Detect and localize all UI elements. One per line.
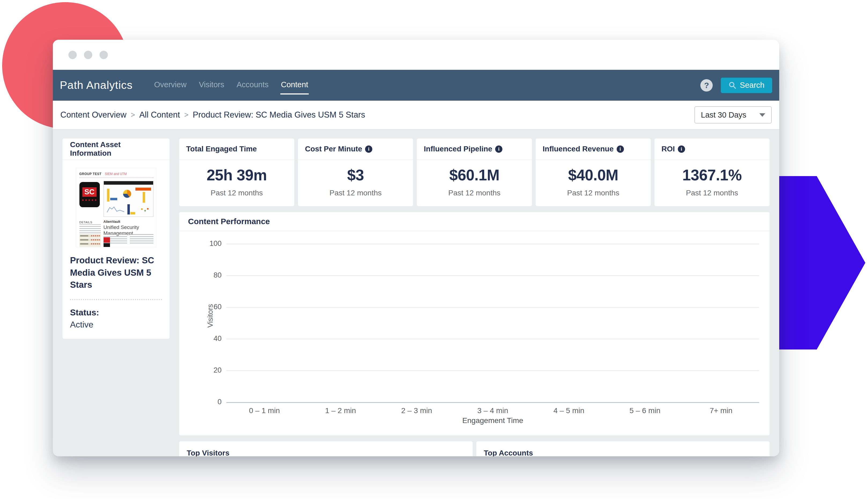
date-range-dropdown[interactable]: Last 30 Days: [694, 106, 772, 123]
search-button[interactable]: Search: [721, 77, 772, 93]
info-icon[interactable]: i: [678, 146, 685, 153]
sc-media-logo: SC ★★★★★: [79, 182, 100, 207]
kpi-label: Influenced Revenue: [543, 145, 614, 153]
top-accounts-title: Top Accounts: [476, 441, 770, 456]
tab-visitors[interactable]: Visitors: [198, 76, 225, 95]
y-tick: 40: [179, 334, 222, 343]
y-tick: 100: [179, 240, 222, 248]
chart-title: Content Performance: [188, 217, 270, 226]
kpi-label: Influenced Pipeline: [424, 145, 492, 153]
chevron-down-icon: [759, 113, 765, 117]
mini-line-chart: [106, 205, 125, 214]
x-axis-baseline: [226, 402, 759, 403]
asset-title: Product Review: SC Media Gives USM 5 Sta…: [70, 254, 162, 291]
main-column: Total Engaged Time 25h 39m Past 12 month…: [179, 138, 770, 456]
x-tick: 4 – 5 min: [531, 406, 607, 415]
info-icon[interactable]: i: [365, 146, 372, 153]
breadcrumb-separator: >: [131, 111, 135, 119]
content-performance-card: Content Performance 100 80 60 40 20: [179, 212, 770, 435]
window-chrome: [53, 40, 779, 70]
breadcrumb-current-page: Product Review: SC Media Gives USM 5 Sta…: [193, 110, 365, 120]
doc-screenshot: [103, 181, 153, 217]
doc-screenshot-header: [104, 181, 153, 185]
y-axis-label: Visitors: [206, 294, 215, 338]
doc-body-text: [103, 234, 153, 245]
search-icon: [729, 81, 737, 89]
doc-details-box: DETAILS: [79, 221, 101, 247]
kpi-label: Total Engaged Time: [186, 145, 257, 153]
asset-card-header: Content Asset Information: [63, 138, 169, 160]
x-axis-categories: 0 – 1 min 1 – 2 min 2 – 3 min 3 – 4 min …: [226, 406, 759, 415]
x-tick: 1 – 2 min: [303, 406, 379, 415]
tab-content[interactable]: Content: [280, 76, 309, 95]
y-tick: 20: [179, 366, 222, 375]
chart-plot: 100 80 60 40 20 0 Visitors 0 – 1 min 1 –…: [179, 231, 770, 435]
info-icon[interactable]: i: [495, 146, 502, 153]
dotted-divider: [70, 299, 162, 300]
kpi-period: Past 12 months: [654, 189, 770, 197]
y-tick: 0: [179, 398, 222, 406]
top-accounts-card: Top Accounts: [476, 441, 770, 456]
kpi-card-roi: ROI i 1367.1% Past 12 months: [654, 138, 770, 206]
breadcrumb-all-content[interactable]: All Content: [139, 110, 180, 120]
bottom-row: Top Visitors Top Accounts: [179, 441, 770, 456]
doc-topic-label: SIEM and UTM: [105, 172, 127, 176]
date-range-value: Last 30 Days: [701, 111, 759, 120]
tab-overview[interactable]: Overview: [154, 76, 187, 95]
x-tick: 2 – 3 min: [378, 406, 455, 415]
doc-group-test-label: GROUP TEST: [79, 172, 102, 176]
tab-accounts[interactable]: Accounts: [236, 76, 269, 95]
kpi-card-influenced-revenue: Influenced Revenue i $40.0M Past 12 mont…: [536, 138, 651, 206]
breadcrumb-separator: >: [184, 111, 189, 119]
top-visitors-title: Top Visitors: [179, 441, 473, 456]
kpi-label: Cost Per Minute: [305, 145, 362, 153]
breadcrumb-bar: Content Overview > All Content > Product…: [53, 101, 779, 130]
app-brand: Path Analytics: [60, 79, 133, 92]
content-asset-info-card: Content Asset Information GROUP TEST SIE…: [63, 138, 169, 339]
kpi-period: Past 12 months: [298, 189, 413, 197]
screenshot-canvas: Path Analytics Overview Visitors Account…: [0, 0, 868, 499]
doc-details-label: DETAILS: [79, 221, 101, 225]
kpi-value: $40.0M: [536, 166, 651, 184]
x-tick: 7+ min: [683, 406, 759, 415]
nav-tabs: Overview Visitors Accounts Content: [154, 70, 309, 101]
kpi-period: Past 12 months: [417, 189, 532, 197]
x-axis-label: Engagement Time: [226, 416, 759, 425]
kpi-row: Total Engaged Time 25h 39m Past 12 month…: [179, 138, 770, 206]
status-label: Status:: [70, 308, 162, 318]
breadcrumb-content-overview[interactable]: Content Overview: [60, 110, 126, 120]
kpi-label: ROI: [662, 145, 675, 153]
window-dot-3: [100, 51, 108, 59]
content-area: Content Asset Information GROUP TEST SIE…: [53, 130, 779, 456]
kpi-period: Past 12 months: [179, 189, 294, 197]
x-tick: 0 – 1 min: [226, 406, 303, 415]
kpi-value: $60.1M: [417, 166, 532, 184]
sc-stars: ★★★★★: [81, 198, 97, 202]
kpi-value: 1367.1%: [654, 166, 770, 184]
status-value: Active: [70, 320, 162, 330]
y-tick: 60: [179, 303, 222, 311]
y-tick: 80: [179, 271, 222, 279]
info-icon[interactable]: i: [617, 146, 624, 153]
kpi-card-total-engaged-time: Total Engaged Time 25h 39m Past 12 month…: [179, 138, 294, 206]
asset-card-title: Content Asset Information: [70, 141, 162, 158]
app-window: Path Analytics Overview Visitors Account…: [53, 40, 779, 456]
kpi-card-influenced-pipeline: Influenced Pipeline i $60.1M Past 12 mon…: [417, 138, 532, 206]
x-tick: 3 – 4 min: [455, 406, 531, 415]
top-nav: Path Analytics Overview Visitors Account…: [53, 70, 779, 101]
kpi-period: Past 12 months: [536, 189, 651, 197]
help-icon[interactable]: ?: [700, 79, 713, 92]
asset-card-body: GROUP TEST SIEM and UTM SC ★★★★★: [63, 160, 169, 339]
top-visitors-card: Top Visitors: [179, 441, 473, 456]
search-button-label: Search: [740, 81, 765, 90]
kpi-value: 25h 39m: [179, 166, 294, 184]
asset-thumbnail: GROUP TEST SIEM and UTM SC ★★★★★: [76, 168, 156, 247]
kpi-value: $3: [298, 166, 413, 184]
x-tick: 5 – 6 min: [607, 406, 683, 415]
doc-vendor-name: AlienVault: [103, 220, 121, 223]
mini-pie-chart: [123, 190, 131, 198]
window-dot-2: [84, 51, 92, 59]
window-dot-1: [68, 51, 77, 59]
kpi-card-cost-per-minute: Cost Per Minute i $3 Past 12 months: [298, 138, 413, 206]
doc-header: GROUP TEST SIEM and UTM: [79, 171, 153, 178]
